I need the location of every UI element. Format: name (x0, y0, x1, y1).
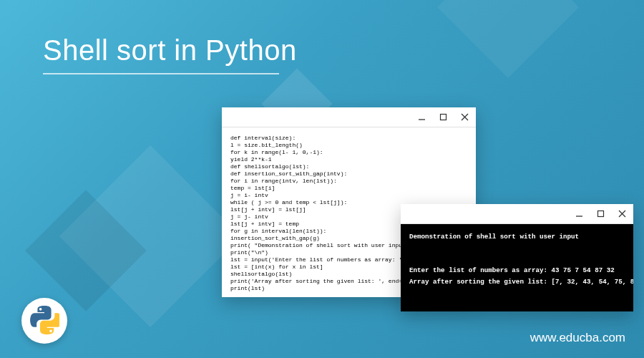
bg-shape (437, 0, 579, 78)
python-icon (29, 306, 59, 336)
close-icon[interactable] (618, 210, 626, 218)
terminal-window: Demonstration of shell sort with user in… (401, 204, 633, 311)
website-url: www.educba.com (530, 331, 625, 345)
svg-rect-5 (597, 211, 603, 217)
svg-rect-1 (440, 115, 446, 120)
title-underline (43, 73, 279, 74)
python-logo (21, 298, 67, 344)
close-icon[interactable] (460, 113, 469, 122)
window-titlebar (401, 204, 633, 224)
minimize-icon[interactable] (417, 113, 426, 122)
terminal-output: Demonstration of shell sort with user in… (401, 224, 633, 311)
minimize-icon[interactable] (575, 210, 583, 218)
maximize-icon[interactable] (596, 210, 605, 218)
window-titlebar (222, 107, 476, 127)
maximize-icon[interactable] (439, 113, 447, 122)
page-title: Shell sort in Python (43, 34, 297, 67)
